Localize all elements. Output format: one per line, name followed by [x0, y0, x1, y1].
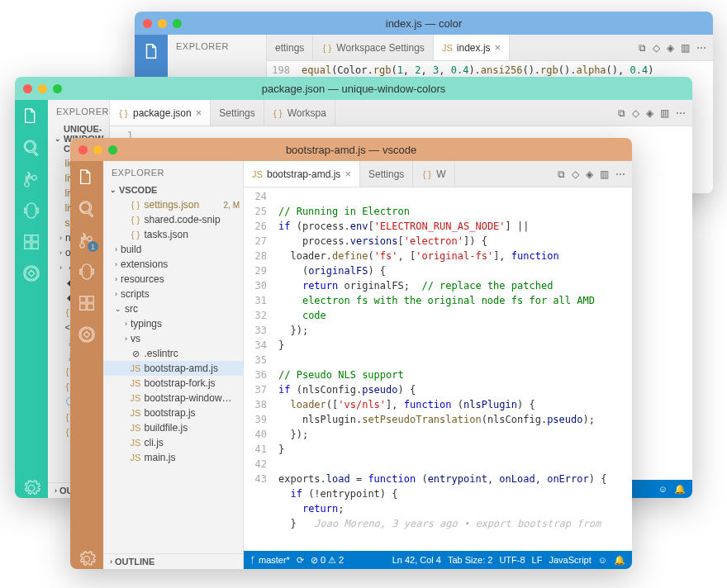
feedback-icon[interactable]: ☺ — [658, 484, 668, 494]
more-icon[interactable]: ⋯ — [615, 168, 625, 180]
problems[interactable]: ⊘ 0 ⚠ 2 — [311, 555, 344, 566]
tree-item[interactable]: ›vs — [103, 331, 243, 346]
traffic-lights[interactable] — [23, 84, 62, 93]
search-icon[interactable] — [77, 199, 97, 219]
tab[interactable]: { }W — [413, 161, 454, 187]
tab-actions: ⧉ ◇ ◈ ▥ ⋯ — [551, 161, 632, 187]
tab[interactable]: JSindex.js× — [434, 35, 510, 60]
diff2-icon[interactable]: ◈ — [667, 42, 674, 54]
window-title: package.json — unique-window-colors — [262, 83, 446, 95]
sidebar-section[interactable]: ⌄VSCODE — [103, 183, 243, 197]
tab[interactable]: Settings — [360, 161, 413, 187]
extensions-icon[interactable] — [77, 293, 97, 313]
editor[interactable]: 2425262728293031323334353637383940414243… — [244, 187, 632, 551]
split-icon[interactable]: ▥ — [660, 107, 669, 119]
traffic-lights[interactable] — [143, 19, 182, 28]
tree-item[interactable]: { }shared.code-snip — [103, 212, 243, 227]
search-icon[interactable] — [21, 138, 41, 158]
compare-icon[interactable]: ⧉ — [558, 168, 565, 180]
tree-item[interactable]: ›extensions — [103, 257, 243, 272]
tree-label: bootstrap.js — [145, 407, 196, 419]
debug-icon[interactable] — [21, 201, 41, 220]
tree-item[interactable]: ›build — [103, 242, 243, 257]
titlebar[interactable]: bootstrap-amd.js — vscode — [70, 138, 632, 161]
branch[interactable]: ᚶ master* — [250, 555, 290, 565]
tab[interactable]: ettings — [267, 35, 313, 60]
bell-icon[interactable]: 🔔 — [614, 555, 625, 566]
gear-icon[interactable] — [21, 478, 41, 498]
close-dot[interactable] — [78, 145, 88, 154]
encoding[interactable]: UTF-8 — [499, 555, 525, 565]
tree-label: typings — [131, 318, 162, 330]
split-icon[interactable]: ▥ — [600, 168, 609, 180]
max-dot[interactable] — [53, 84, 62, 93]
bell-icon[interactable]: 🔔 — [674, 484, 686, 495]
tab[interactable]: JSbootstrap-amd.js× — [244, 161, 360, 187]
sync-icon[interactable]: ⟳ — [297, 555, 304, 566]
file-icon: ⊘ — [131, 349, 141, 359]
split-icon[interactable]: ▥ — [681, 42, 690, 54]
explorer-icon[interactable] — [21, 107, 41, 126]
cursor-pos[interactable]: Ln 42, Col 4 — [392, 555, 441, 565]
language[interactable]: JavaScript — [549, 555, 591, 565]
min-dot[interactable] — [93, 145, 102, 154]
diff-icon[interactable]: ◇ — [653, 42, 660, 54]
tree-item[interactable]: ⊘.eslintrc — [103, 346, 243, 361]
tab[interactable]: { }Workspace Settings — [313, 35, 434, 60]
tree-item[interactable]: JScli.js — [103, 435, 243, 450]
min-dot[interactable] — [38, 84, 47, 93]
traffic-lights[interactable] — [78, 145, 117, 154]
tab[interactable]: Settings — [211, 100, 264, 126]
tree-item[interactable]: ›resources — [103, 272, 243, 287]
tree-item[interactable]: JSbootstrap.js — [103, 405, 243, 420]
diff2-icon[interactable]: ◈ — [586, 168, 593, 180]
titlebar[interactable]: index.js — color — [135, 12, 713, 35]
outline-section[interactable]: ›OUTLINE — [103, 553, 243, 569]
tab-label: ettings — [275, 42, 304, 54]
tree-item[interactable]: JSmain.js — [103, 450, 243, 465]
explorer-icon[interactable] — [141, 41, 161, 61]
tree-item[interactable]: JSbuildfile.js — [103, 420, 243, 435]
compare-icon[interactable]: ⧉ — [618, 107, 625, 119]
refs-icon[interactable] — [21, 263, 41, 283]
debug-icon[interactable] — [77, 262, 97, 282]
tree-item[interactable]: ›typings — [103, 316, 243, 331]
close-dot[interactable] — [143, 19, 152, 28]
tree-item[interactable]: JSbootstrap-window… — [103, 391, 243, 405]
titlebar[interactable]: package.json — unique-window-colors — [15, 77, 692, 100]
max-dot[interactable] — [173, 19, 182, 28]
file-icon: { } — [273, 108, 283, 118]
tab[interactable]: { }package.json× — [110, 100, 211, 126]
tab[interactable]: { }Workspa — [264, 100, 335, 126]
close-icon[interactable]: × — [495, 41, 501, 54]
more-icon[interactable]: ⋯ — [696, 42, 706, 54]
feedback-icon[interactable]: ☺ — [598, 555, 607, 565]
scm-icon[interactable]: 1 — [77, 230, 97, 250]
explorer-icon[interactable] — [77, 168, 97, 187]
tree-item[interactable]: { }settings.json 2, M — [103, 197, 243, 212]
max-dot[interactable] — [108, 145, 117, 154]
tab-size[interactable]: Tab Size: 2 — [448, 555, 492, 565]
gear-icon[interactable] — [77, 549, 97, 569]
close-icon[interactable]: × — [344, 168, 351, 180]
sidebar: EXPLORER ⌄VSCODE { }settings.json 2, M {… — [103, 161, 244, 569]
compare-icon[interactable]: ⧉ — [639, 42, 646, 54]
tree-item[interactable]: JSbootstrap-amd.js — [103, 361, 243, 376]
close-dot[interactable] — [23, 84, 32, 93]
tree-item[interactable]: JSbootstrap-fork.js — [103, 376, 243, 391]
close-icon[interactable]: × — [196, 107, 202, 119]
tree-item[interactable]: ›scripts — [103, 287, 243, 301]
scm-icon[interactable] — [21, 169, 41, 189]
diff-icon[interactable]: ◇ — [632, 107, 639, 119]
extensions-icon[interactable] — [21, 232, 41, 252]
gutter: 2425262728293031323334353637383940414243 — [244, 187, 273, 551]
diff2-icon[interactable]: ◈ — [646, 107, 653, 119]
min-dot[interactable] — [158, 19, 167, 28]
refs-icon[interactable] — [77, 325, 97, 344]
eol[interactable]: LF — [532, 555, 543, 565]
tree-item[interactable]: { }tasks.json — [103, 227, 243, 242]
tree-item[interactable]: ⌄src — [103, 301, 243, 316]
code[interactable]: // Running in Electronif (process.env['E… — [273, 187, 632, 551]
diff-icon[interactable]: ◇ — [572, 168, 579, 180]
more-icon[interactable]: ⋯ — [676, 107, 686, 119]
